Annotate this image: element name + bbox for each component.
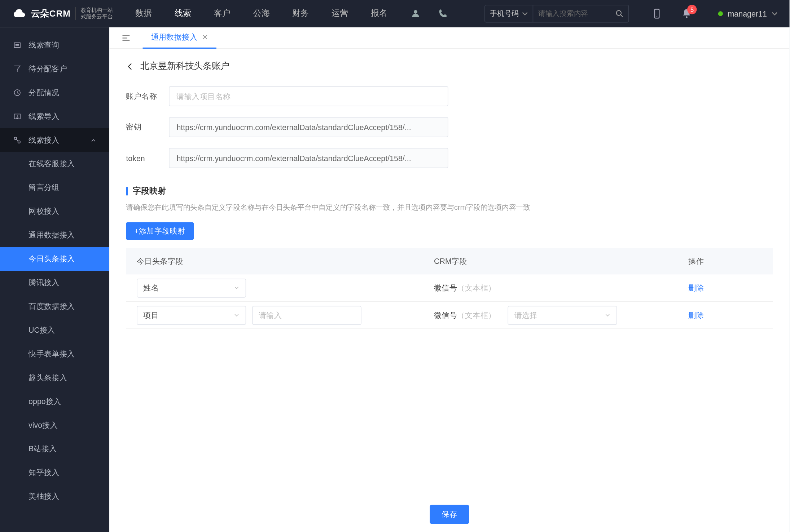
logo-brand: 云朵CRM xyxy=(31,8,71,19)
nav-item[interactable]: 财务 xyxy=(292,8,309,19)
username: manager11 xyxy=(728,9,767,18)
notifications[interactable]: 5 xyxy=(681,8,692,19)
add-mapping-button[interactable]: +添加字段映射 xyxy=(126,222,193,240)
sidebar-sub-item[interactable]: 趣头条接入 xyxy=(0,366,109,390)
search-input[interactable] xyxy=(534,9,611,18)
sidebar-item[interactable]: 分配情况 xyxy=(0,81,109,105)
token-label: token xyxy=(126,154,169,163)
sidebar: 线索查询待分配客户分配情况线索导入线索接入在线客服接入留言分组网校接入通用数据接… xyxy=(0,27,109,532)
menu-icon xyxy=(13,89,21,97)
delete-link[interactable]: 删除 xyxy=(688,310,704,319)
header-right: 5 manager11 xyxy=(652,8,778,19)
crm-select[interactable]: 请选择 xyxy=(508,306,617,325)
sidebar-item[interactable]: 线索导入 xyxy=(0,105,109,128)
footer: 保存 xyxy=(109,505,789,524)
field-text-input[interactable] xyxy=(252,306,361,325)
search-box: 手机号码 xyxy=(484,5,629,22)
menu-icon xyxy=(13,65,21,73)
chevron-down-icon xyxy=(234,285,240,291)
mobile-icon[interactable] xyxy=(652,8,663,19)
table-header: 今日头条字段 CRM字段 操作 xyxy=(126,248,773,275)
sidebar-item[interactable]: 待分配客户 xyxy=(0,57,109,81)
svg-point-0 xyxy=(413,10,417,14)
svg-line-13 xyxy=(16,139,18,142)
header-icons xyxy=(410,8,448,19)
menu-icon xyxy=(13,41,21,49)
chevron-down-icon xyxy=(772,11,777,17)
svg-point-1 xyxy=(616,10,621,15)
section-bar xyxy=(126,187,128,195)
chevron-down-icon xyxy=(522,11,528,17)
sidebar-sub-item[interactable]: oppo接入 xyxy=(0,390,109,413)
sidebar-sub-item[interactable]: 在线客服接入 xyxy=(0,152,109,176)
chevron-down-icon xyxy=(234,312,240,318)
sidebar-sub-item[interactable]: B站接入 xyxy=(0,437,109,461)
logo-sub: 教育机构一站 式服务云平台 xyxy=(75,7,113,20)
plug-icon xyxy=(13,136,21,144)
svg-rect-6 xyxy=(14,43,20,48)
sidebar-sub-item[interactable]: 今日头条接入 xyxy=(0,247,109,271)
svg-line-2 xyxy=(620,15,623,17)
close-icon[interactable]: ✕ xyxy=(202,33,208,41)
section-help: 请确保您在此填写的头条自定义字段名称与在今日头条平台中自定义的字段名称一致，并且… xyxy=(126,203,773,213)
logo: 云朵CRM 教育机构一站 式服务云平台 xyxy=(12,7,113,20)
mapping-table: 今日头条字段 CRM字段 操作 姓名微信号（文本框）删除项目微信号（文本框）请选… xyxy=(126,248,773,329)
status-dot xyxy=(718,11,723,16)
search-icon xyxy=(615,9,624,18)
sidebar-sub-item[interactable]: 网校接入 xyxy=(0,200,109,223)
back-icon xyxy=(126,62,134,70)
sidebar-sub-item[interactable]: vivo接入 xyxy=(0,413,109,437)
tab-active[interactable]: 通用数据接入 ✕ xyxy=(143,27,216,49)
sidebar-sub-item[interactable]: 知乎接入 xyxy=(0,461,109,485)
phone-icon[interactable] xyxy=(437,8,448,19)
chevron-up-icon xyxy=(90,137,96,143)
sidebar-sub-item[interactable]: 腾讯接入 xyxy=(0,271,109,294)
table-row: 项目微信号（文本框）请选择删除 xyxy=(126,302,773,329)
header: 云朵CRM 教育机构一站 式服务云平台 数据线索客户公海财务运营报名 手机号码 xyxy=(0,0,790,27)
nav-item[interactable]: 公海 xyxy=(253,8,270,19)
token-input[interactable] xyxy=(169,148,448,168)
table-row: 姓名微信号（文本框）删除 xyxy=(126,274,773,302)
notification-badge: 5 xyxy=(687,5,697,14)
nav-item[interactable]: 线索 xyxy=(175,8,191,19)
collapse-icon[interactable] xyxy=(121,33,131,42)
nav-item[interactable]: 运营 xyxy=(332,8,348,19)
secret-label: 密钥 xyxy=(126,122,169,133)
svg-point-4 xyxy=(657,16,657,17)
nav-item[interactable]: 数据 xyxy=(135,8,152,19)
chevron-down-icon xyxy=(605,312,610,318)
nav-item[interactable]: 报名 xyxy=(371,8,387,19)
top-nav: 数据线索客户公海财务运营报名 xyxy=(135,8,387,19)
secret-input[interactable] xyxy=(169,117,448,137)
nav-item[interactable]: 客户 xyxy=(214,8,231,19)
main: 通用数据接入 ✕ 北京昱新科技头条账户 账户名称 密钥 t xyxy=(109,27,789,532)
account-name-input[interactable] xyxy=(169,86,448,106)
section-title: 字段映射 xyxy=(126,186,773,197)
sidebar-sub-item[interactable]: UC接入 xyxy=(0,318,109,342)
search-type-select[interactable]: 手机号码 xyxy=(485,5,533,22)
breadcrumb[interactable]: 北京昱新科技头条账户 xyxy=(126,61,773,72)
sidebar-item[interactable]: 线索查询 xyxy=(0,33,109,57)
crm-field-label: 微信号（文本框） xyxy=(434,310,496,320)
menu-icon xyxy=(13,112,21,120)
sidebar-sub-item[interactable]: 百度数据接入 xyxy=(0,294,109,318)
person-icon[interactable] xyxy=(410,8,421,19)
sidebar-sub-item[interactable]: 留言分组 xyxy=(0,176,109,200)
crm-field-label: 微信号（文本框） xyxy=(434,283,496,293)
search-button[interactable] xyxy=(611,5,628,22)
save-button[interactable]: 保存 xyxy=(430,505,469,524)
cloud-icon xyxy=(12,8,26,19)
content: 北京昱新科技头条账户 账户名称 密钥 token 字段映射 xyxy=(109,49,789,532)
user-menu[interactable]: manager11 xyxy=(718,9,777,18)
delete-link[interactable]: 删除 xyxy=(688,283,704,292)
tabbar: 通用数据接入 ✕ xyxy=(109,27,789,49)
field-select[interactable]: 项目 xyxy=(137,306,246,325)
sidebar-item-expand[interactable]: 线索接入 xyxy=(0,128,109,152)
breadcrumb-text: 北京昱新科技头条账户 xyxy=(140,61,229,72)
svg-point-5 xyxy=(686,16,688,18)
name-label: 账户名称 xyxy=(126,91,169,102)
field-select[interactable]: 姓名 xyxy=(137,278,246,297)
sidebar-sub-item[interactable]: 通用数据接入 xyxy=(0,223,109,247)
sidebar-sub-item[interactable]: 美柚接入 xyxy=(0,485,109,509)
sidebar-sub-item[interactable]: 快手表单接入 xyxy=(0,342,109,366)
